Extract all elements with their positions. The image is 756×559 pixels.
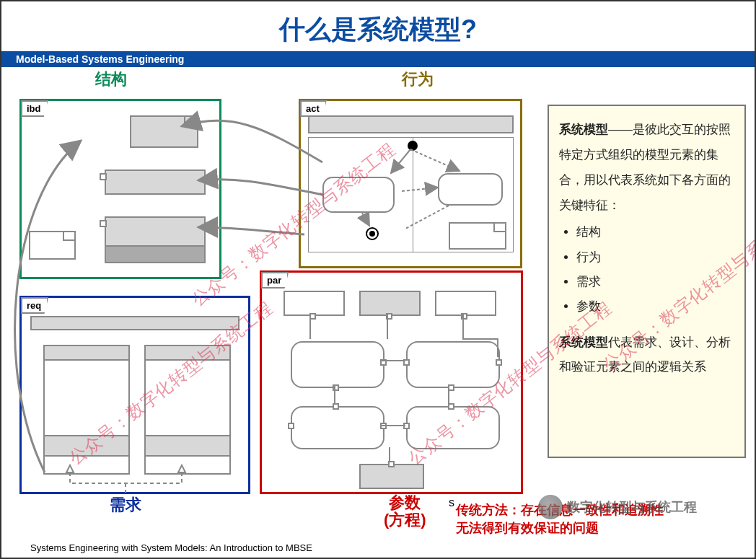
par-constraint (406, 341, 500, 388)
panel-parameter-par: par (260, 270, 523, 494)
page-title: 什么是系统模型? (1, 1, 755, 51)
bullet-item: 参数 (576, 295, 734, 318)
req-block-mid (144, 435, 231, 457)
par-port (386, 313, 392, 320)
ibd-port (100, 220, 107, 227)
bullet-item: 结构 (576, 221, 734, 244)
panel-tag-ibd: ibd (21, 100, 48, 117)
panel-tag-par: par (261, 272, 289, 289)
definition-para2: 系统模型代表需求、设计、分析和验证元素之间的逻辑关系 (559, 330, 734, 381)
act-action (438, 173, 503, 206)
bullet-item: 行为 (576, 246, 734, 269)
act-note (449, 222, 506, 250)
par-port (288, 423, 294, 429)
panel-tag-act: act (300, 100, 327, 117)
par-port (380, 423, 387, 429)
panel-tag-req: req (21, 297, 48, 314)
par-block (435, 291, 496, 316)
ibd-block (105, 245, 206, 263)
par-port (388, 461, 395, 467)
par-port (496, 359, 502, 366)
req-header (30, 316, 239, 330)
par-port (461, 313, 467, 320)
bullet-item: 需求 (576, 270, 734, 294)
par-block (284, 291, 345, 316)
par-port (309, 313, 316, 320)
ibd-port (100, 173, 107, 180)
act-initial-node-icon (408, 141, 418, 151)
label-requirement: 需求 (110, 494, 141, 516)
stray-char: s (449, 496, 454, 509)
par-port (333, 403, 339, 410)
par-port (333, 384, 339, 391)
req-block-head (144, 345, 231, 361)
logo-watermark: 数字化转型与系统工程 (538, 495, 697, 519)
label-structure: 结构 (95, 69, 127, 90)
definition-box: 系统模型——是彼此交互的按照特定方式组织的模型元素的集合，用以代表系统如下各方面… (548, 105, 746, 458)
panel-requirement-req: req (19, 296, 250, 494)
par-block (359, 464, 424, 489)
act-action (322, 177, 395, 213)
par-constraint (291, 341, 384, 388)
par-port (403, 359, 410, 366)
logo-icon (538, 495, 563, 519)
label-parameter: 参数(方程) (384, 494, 426, 529)
ibd-block (105, 170, 206, 195)
act-header (308, 115, 514, 133)
panel-structure-ibd: ibd (19, 99, 221, 279)
footer-citation: Systems Engineering with System Models: … (30, 542, 312, 553)
ibd-block (130, 115, 198, 148)
par-port (380, 359, 387, 366)
diagram-canvas: 结构 行为 需求 参数(方程) ibd act req (1, 69, 755, 545)
req-block-mid (43, 435, 130, 457)
par-port (403, 423, 410, 429)
definition-bullets: 结构 行为 需求 参数 (559, 221, 734, 318)
definition-para1: 系统模型——是彼此交互的按照特定方式组织的模型元素的集合，用以代表系统如下各方面… (559, 118, 734, 218)
ibd-note (29, 231, 76, 260)
banner-bar: Model-Based Systems Engineering (1, 51, 755, 69)
panel-behavior-act: act (299, 99, 522, 268)
act-final-node-icon (366, 227, 379, 240)
label-behavior: 行为 (402, 69, 434, 90)
par-port (448, 384, 454, 391)
par-constraint (406, 406, 500, 449)
par-constraint (291, 406, 384, 449)
req-block-head (43, 345, 130, 361)
act-divider (413, 137, 413, 252)
par-block (359, 291, 421, 316)
par-port (448, 403, 454, 410)
